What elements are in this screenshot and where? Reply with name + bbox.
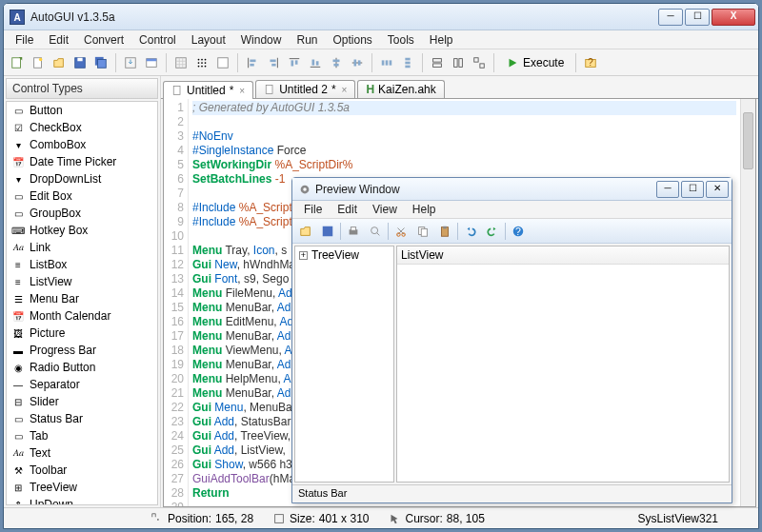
svg-rect-24 (271, 63, 275, 66)
sidebar-item-radio-button[interactable]: ◉Radio Button (7, 359, 157, 376)
pv-undo-icon[interactable] (461, 222, 480, 241)
sidebar-item-edit-box[interactable]: ▭Edit Box (7, 187, 157, 205)
preview-menu-edit[interactable]: Edit (330, 201, 365, 218)
sidebar-item-status-bar[interactable]: ▭Status Bar (7, 410, 157, 427)
tab-kaizen[interactable]: H KaiZen.ahk (357, 80, 444, 98)
preview-close-button[interactable]: ✕ (706, 181, 729, 198)
sidebar-item-combobox[interactable]: ▾ComboBox (7, 136, 157, 153)
maximize-button[interactable]: ☐ (685, 9, 710, 26)
preview-listview[interactable]: ListView (396, 246, 730, 483)
sidebar-item-listview[interactable]: ≡ListView (7, 273, 157, 290)
control-label: CheckBox (30, 121, 82, 134)
control-icon: ◉ (10, 360, 26, 375)
sidebar-item-listbox[interactable]: ≡ListBox (7, 256, 157, 273)
preview-menu-help[interactable]: Help (405, 201, 444, 218)
preview-icon[interactable] (142, 53, 161, 72)
sidebar-item-separator[interactable]: —Separator (7, 376, 157, 393)
sidebar-item-month-calendar[interactable]: 📅Month Calendar (7, 307, 157, 325)
preview-minimize-button[interactable]: ─ (656, 181, 679, 198)
same-size-icon[interactable] (470, 53, 489, 72)
snap-icon[interactable] (192, 53, 211, 72)
new-form-icon[interactable] (8, 53, 27, 72)
pv-redo-icon[interactable] (483, 222, 502, 241)
vertical-scrollbar[interactable] (740, 99, 755, 506)
sidebar-item-text[interactable]: 𝐴𝑎Text (7, 444, 157, 462)
save-icon[interactable] (70, 53, 90, 72)
center-h-icon[interactable] (327, 53, 346, 72)
svg-point-19 (205, 65, 207, 67)
pv-help-icon[interactable]: ? (509, 222, 528, 241)
sidebar-item-hotkey-box[interactable]: ⌨Hotkey Box (7, 222, 157, 239)
preview-treeview[interactable]: +TreeView (294, 246, 394, 483)
distribute-h-icon[interactable] (377, 53, 396, 72)
menu-layout[interactable]: Layout (184, 31, 233, 49)
pv-preview-icon[interactable] (366, 222, 385, 241)
align-left-icon[interactable] (243, 53, 262, 72)
grid-icon[interactable] (171, 53, 190, 72)
sidebar-item-updown[interactable]: ⇕UpDown (7, 496, 157, 505)
tab-close-icon[interactable]: × (237, 86, 245, 96)
sidebar-item-treeview[interactable]: ⊞TreeView (7, 479, 157, 496)
menu-file[interactable]: File (8, 31, 41, 49)
svg-rect-60 (421, 228, 427, 236)
menu-control[interactable]: Control (131, 31, 184, 49)
sidebar-item-groupbox[interactable]: ▭GroupBox (7, 205, 157, 222)
preview-menu-view[interactable]: View (365, 201, 405, 218)
svg-point-18 (201, 65, 203, 67)
control-label: Toolbar (30, 463, 67, 477)
sidebar-item-checkbox[interactable]: ☑CheckBox (7, 119, 157, 136)
pv-copy-icon[interactable] (413, 222, 432, 241)
same-height-icon[interactable] (449, 53, 468, 72)
pv-cut-icon[interactable] (391, 222, 411, 241)
sidebar-item-date-time-picker[interactable]: 📅Date Time Picker (7, 153, 157, 170)
main-window: A AutoGUI v1.3.5a ─ ☐ X File Edit Conver… (3, 3, 759, 529)
sidebar-item-tab[interactable]: ▭Tab (7, 427, 157, 444)
align-bottom-icon[interactable] (306, 53, 325, 72)
sidebar-item-link[interactable]: 𝐴𝑎Link (7, 239, 157, 256)
menu-options[interactable]: Options (325, 31, 379, 49)
preview-maximize-button[interactable]: ☐ (681, 181, 704, 198)
sidebar-item-menu-bar[interactable]: ☰Menu Bar (7, 290, 157, 307)
titlebar[interactable]: A AutoGUI v1.3.5a ─ ☐ X (4, 4, 758, 30)
pv-paste-icon[interactable] (435, 222, 454, 241)
new-file-icon[interactable] (29, 53, 48, 72)
tab-untitled2[interactable]: Untitled 2* × (255, 80, 355, 98)
svg-rect-35 (390, 60, 392, 65)
pv-print-icon[interactable] (344, 222, 363, 241)
preview-titlebar[interactable]: Preview Window ─ ☐ ✕ (292, 178, 732, 201)
menu-help[interactable]: Help (422, 31, 461, 49)
sidebar-item-toolbar[interactable]: ⚒Toolbar (7, 462, 157, 479)
minimize-button[interactable]: ─ (658, 9, 683, 26)
pv-folder-icon[interactable] (296, 222, 315, 241)
align-top-icon[interactable] (285, 53, 304, 72)
pv-save-icon[interactable] (318, 222, 337, 241)
form-icon[interactable] (213, 53, 232, 72)
preview-window[interactable]: Preview Window ─ ☐ ✕ File Edit View Help (291, 177, 732, 503)
sidebar-item-dropdownlist[interactable]: ▾DropDownList (7, 170, 157, 187)
sidebar-item-button[interactable]: ▭Button (7, 102, 157, 119)
close-button[interactable]: X (712, 9, 755, 26)
control-icon: ▬ (10, 343, 26, 358)
execute-button[interactable]: Execute (499, 53, 571, 72)
expand-icon[interactable]: + (299, 251, 308, 260)
help-icon[interactable]: ? (581, 53, 600, 72)
preview-menu-file[interactable]: File (296, 201, 330, 218)
open-icon[interactable] (50, 53, 69, 72)
import-icon[interactable] (121, 53, 140, 72)
align-right-icon[interactable] (264, 53, 283, 72)
center-v-icon[interactable] (348, 53, 367, 72)
distribute-v-icon[interactable] (398, 53, 417, 72)
menu-edit[interactable]: Edit (41, 31, 76, 49)
menu-window[interactable]: Window (233, 31, 290, 49)
menu-convert[interactable]: Convert (76, 31, 131, 49)
same-width-icon[interactable] (428, 53, 447, 72)
sidebar-item-slider[interactable]: ⊟Slider (7, 393, 157, 410)
save-all-icon[interactable] (91, 53, 110, 72)
tab-untitled[interactable]: Untitled* × (163, 81, 253, 99)
menu-run[interactable]: Run (289, 31, 325, 49)
sidebar-item-progress-bar[interactable]: ▬Progress Bar (7, 342, 157, 359)
menu-tools[interactable]: Tools (380, 31, 422, 49)
sidebar-item-picture[interactable]: 🖼Picture (7, 325, 157, 342)
control-types-list[interactable]: ▭Button☑CheckBox▾ComboBox📅Date Time Pick… (6, 101, 158, 505)
tab-close-icon[interactable]: × (340, 85, 348, 95)
